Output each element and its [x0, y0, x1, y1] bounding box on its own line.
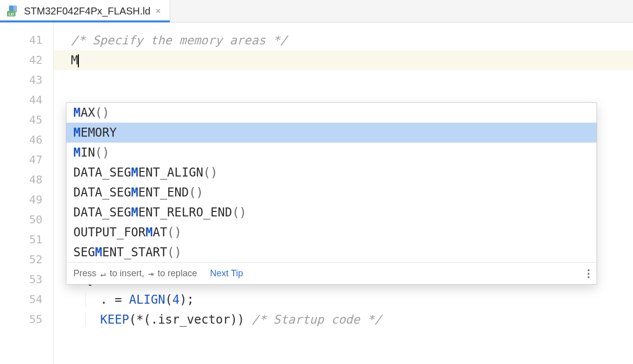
code-line: /* Specify the memory areas */ [54, 30, 633, 50]
svg-text:LD: LD [8, 12, 14, 16]
file-tab[interactable]: LD STM32F042F4Px_FLASH.ld × [0, 0, 170, 22]
tab-key-icon: ⇥ [148, 268, 154, 279]
footer-text: Press [73, 268, 96, 279]
match-char: M [73, 126, 80, 140]
line-number: 51 [0, 230, 53, 250]
tab-bar: LD STM32F042F4Px_FLASH.ld × [0, 0, 633, 22]
line-number: 48 [0, 170, 53, 190]
line-number-gutter: 414243444546474849505152535455 [0, 22, 54, 364]
more-icon[interactable] [588, 269, 590, 278]
autocomplete-item[interactable]: DATA_SEGMENT_ALIGN() [66, 163, 597, 182]
autocomplete-item[interactable]: MAX() [66, 103, 597, 123]
line-number: 47 [0, 150, 53, 170]
autocomplete-list: MAX()MEMORYMIN()DATA_SEGMENT_ALIGN()DATA… [66, 103, 597, 262]
match-char: M [95, 245, 102, 259]
autocomplete-item[interactable]: DATA_SEGMENT_END() [66, 182, 597, 202]
autocomplete-item[interactable]: SEGMENT_START() [66, 242, 597, 262]
comment-text: /* Specify the memory areas */ [71, 33, 287, 47]
keyword: ALIGN [129, 293, 165, 307]
footer-text: to replace [158, 268, 197, 279]
code-line [54, 25, 633, 30]
match-char: M [131, 185, 138, 199]
file-tab-label: STM32F042F4Px_FLASH.ld [24, 5, 150, 17]
text-caret [78, 54, 79, 67]
match-char: M [146, 225, 153, 239]
footer-text: to insert, [110, 268, 144, 279]
line-number: 53 [0, 270, 53, 290]
line-number: 42 [0, 50, 53, 70]
code-line [54, 70, 633, 90]
autocomplete-item[interactable]: MIN() [66, 143, 597, 163]
line-number: 44 [0, 90, 53, 110]
match-char: M [73, 146, 80, 160]
comment-text: /* Startup code */ [245, 313, 382, 327]
enter-key-icon: ↵ [100, 268, 106, 279]
code-line: KEEP(*(.isr_vector)) /* Startup code */ [54, 310, 633, 330]
line-number: 43 [0, 70, 53, 90]
typed-text: M [71, 53, 78, 67]
match-char: M [131, 166, 138, 180]
autocomplete-footer: Press ↵ to insert, ⇥ to replace Next Tip [66, 262, 597, 284]
next-tip-link[interactable]: Next Tip [210, 268, 243, 279]
line-number: 46 [0, 130, 53, 150]
line-number: 45 [0, 110, 53, 130]
autocomplete-item[interactable]: MEMORY [66, 123, 597, 143]
autocomplete-popup: MAX()MEMORYMIN()DATA_SEGMENT_ALIGN()DATA… [66, 102, 597, 285]
line-number: 52 [0, 250, 53, 270]
line-number: 49 [0, 190, 53, 210]
close-icon[interactable]: × [155, 6, 161, 16]
line-number [0, 25, 53, 30]
editor: 414243444546474849505152535455 /* Specif… [0, 22, 633, 364]
code-line-current: M [54, 50, 633, 70]
line-number: 50 [0, 210, 53, 230]
autocomplete-item[interactable]: OUTPUT_FORMAT() [66, 222, 597, 242]
autocomplete-item[interactable]: DATA_SEGMENT_RELRO_END() [66, 202, 597, 222]
keyword: KEEP [100, 313, 129, 327]
ld-file-icon: LD [7, 5, 19, 16]
line-number: 55 [0, 310, 53, 330]
line-number: 41 [0, 30, 53, 50]
code-line: . = ALIGN(4); [54, 290, 633, 310]
number-literal: 4 [172, 293, 179, 307]
line-number: 54 [0, 290, 53, 310]
match-char: M [73, 106, 80, 120]
match-char: M [131, 205, 138, 219]
